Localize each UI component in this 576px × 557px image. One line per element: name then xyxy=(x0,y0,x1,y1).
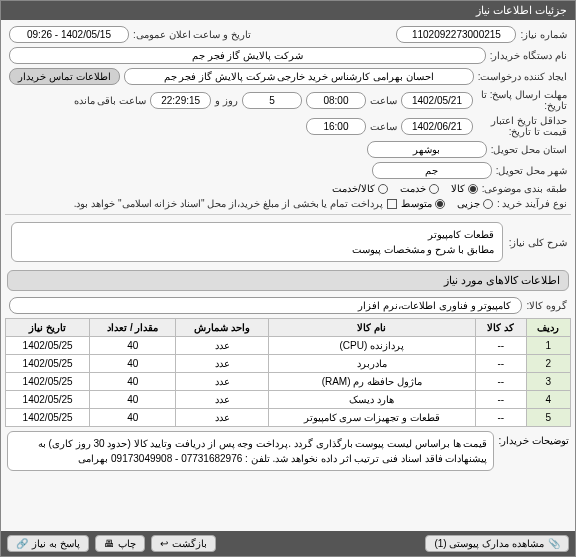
cell-idx: 1 xyxy=(526,337,570,355)
radio-selected-icon xyxy=(468,184,478,194)
cat-goods-label: کالا xyxy=(451,183,465,194)
cell-name: پردازنده (CPU) xyxy=(268,337,475,355)
validity-time: 16:00 xyxy=(306,118,366,135)
cell-name: هارد دیسک xyxy=(268,391,475,409)
category-service-option[interactable]: خدمت xyxy=(400,183,439,194)
table-row[interactable]: 4--هارد دیسکعدد401402/05/25 xyxy=(6,391,571,409)
province-label: استان محل تحویل: xyxy=(491,144,567,155)
cell-idx: 2 xyxy=(526,355,570,373)
attachment-icon: 📎 xyxy=(548,538,560,549)
table-row[interactable]: 1--پردازنده (CPU)عدد401402/05/25 xyxy=(6,337,571,355)
attachments-button[interactable]: 📎 مشاهده مدارک پیوستی (1) xyxy=(425,535,569,552)
cell-qty: 40 xyxy=(90,355,176,373)
validity-label: حداقل تاریخ اعتبار قیمت تا تاریخ: xyxy=(477,115,567,137)
buy-medium-option[interactable]: متوسط xyxy=(401,198,445,209)
cell-date: 1402/05/25 xyxy=(6,355,90,373)
cell-idx: 4 xyxy=(526,391,570,409)
remain-time: 22:29:15 xyxy=(150,92,211,109)
need-title-line1: قطعات کامپیوتر xyxy=(20,227,494,242)
reply-link-label: پاسخ به نیاز xyxy=(32,538,80,549)
cell-idx: 5 xyxy=(526,409,570,427)
group-value: کامپیوتر و فناوری اطلاعات،نرم افزار xyxy=(9,297,522,314)
print-icon: 🖶 xyxy=(104,538,114,549)
category-goods-service-option[interactable]: کالا/خدمت xyxy=(332,183,388,194)
cell-qty: 40 xyxy=(90,391,176,409)
radio-icon xyxy=(378,184,388,194)
cell-unit: عدد xyxy=(176,391,268,409)
cell-date: 1402/05/25 xyxy=(6,391,90,409)
content-area: شماره نیاز: 1102092273000215 تاریخ و ساع… xyxy=(1,20,575,531)
deadline-label: مهلت ارسال پاسخ: تا تاریخ: xyxy=(477,89,567,111)
table-row[interactable]: 5--قطعات و تجهیزات سری کامپیوترعدد401402… xyxy=(6,409,571,427)
cell-qty: 40 xyxy=(90,337,176,355)
back-button[interactable]: بازگشت ↩ xyxy=(151,535,216,552)
announce-label: تاریخ و ساعت اعلان عمومی: xyxy=(133,29,251,40)
link-icon: 🔗 xyxy=(16,538,28,549)
col-qty: مقدار / تعداد xyxy=(90,319,176,337)
table-row[interactable]: 3--ماژول حافظه رم (RAM)عدد401402/05/25 xyxy=(6,373,571,391)
creator-label: ایجاد کننده درخواست: xyxy=(478,71,567,82)
buyer-value: شرکت پالایش گاز فجر جم xyxy=(9,47,486,64)
cell-name: قطعات و تجهیزات سری کامپیوتر xyxy=(268,409,475,427)
buyer-contact-button[interactable]: اطلاعات تماس خریدار xyxy=(9,68,120,85)
day-label: روز و xyxy=(215,95,238,106)
cell-qty: 40 xyxy=(90,409,176,427)
province-value: بوشهر xyxy=(367,141,487,158)
cell-code: -- xyxy=(475,355,526,373)
city-value: جم xyxy=(372,162,492,179)
radio-icon xyxy=(483,199,493,209)
validity-date: 1402/06/21 xyxy=(401,118,473,135)
cell-date: 1402/05/25 xyxy=(6,373,90,391)
col-name: نام کالا xyxy=(268,319,475,337)
creator-value: احسان بهرامی کارشناس خرید خارجی شرکت پال… xyxy=(124,68,474,85)
cat-service-label: خدمت xyxy=(400,183,426,194)
window-title: جزئیات اطلاعات نیاز xyxy=(1,1,575,20)
buy-medium-label: متوسط xyxy=(401,198,432,209)
cell-code: -- xyxy=(475,373,526,391)
back-label: بازگشت xyxy=(172,538,207,549)
radio-selected-icon xyxy=(435,199,445,209)
time-label-2: ساعت xyxy=(370,121,397,132)
reply-link-button[interactable]: پاسخ به نیاز 🔗 xyxy=(7,535,89,552)
cell-name: ماژول حافظه رم (RAM) xyxy=(268,373,475,391)
time-label-1: ساعت xyxy=(370,95,397,106)
cell-unit: عدد xyxy=(176,337,268,355)
cell-code: -- xyxy=(475,391,526,409)
need-title-label: شرح کلی نیاز: xyxy=(509,237,567,248)
buy-type-radio-group: جزیی متوسط xyxy=(401,198,493,209)
col-code: کد کالا xyxy=(475,319,526,337)
treasury-checkbox[interactable] xyxy=(387,199,397,209)
buy-small-option[interactable]: جزیی xyxy=(457,198,493,209)
back-icon: ↩ xyxy=(160,538,168,549)
need-title-box: قطعات کامپیوتر مطابق با شرح و مشخصات پیو… xyxy=(11,222,503,262)
cell-unit: عدد xyxy=(176,409,268,427)
deadline-time: 08:00 xyxy=(306,92,366,109)
table-row[interactable]: 2--مادربردعدد401402/05/25 xyxy=(6,355,571,373)
need-no-value: 1102092273000215 xyxy=(396,26,516,43)
remain-label: ساعت باقی مانده xyxy=(74,95,147,106)
buyer-notes-box: قیمت ها براساس لیست پیوست بارگذاری گردد … xyxy=(7,431,494,471)
cell-idx: 3 xyxy=(526,373,570,391)
col-date: تاریخ نیاز xyxy=(6,319,90,337)
cell-date: 1402/05/25 xyxy=(6,337,90,355)
buy-type-label: نوع فرآیند خرید : xyxy=(497,198,567,209)
category-goods-option[interactable]: کالا xyxy=(451,183,478,194)
print-label: چاپ xyxy=(118,538,136,549)
cell-unit: عدد xyxy=(176,355,268,373)
cell-code: -- xyxy=(475,337,526,355)
cell-code: -- xyxy=(475,409,526,427)
col-unit: واحد شمارش xyxy=(176,319,268,337)
footer-bar: 📎 مشاهده مدارک پیوستی (1) بازگشت ↩ چاپ 🖶… xyxy=(1,531,575,556)
print-button[interactable]: چاپ 🖶 xyxy=(95,535,145,552)
city-label: شهر محل تحویل: xyxy=(496,165,567,176)
items-table: ردیف کد کالا نام کالا واحد شمارش مقدار /… xyxy=(5,318,571,427)
buy-small-label: جزیی xyxy=(457,198,480,209)
deadline-date: 1402/05/21 xyxy=(401,92,473,109)
buyer-label: نام دستگاه خریدار: xyxy=(490,50,567,61)
cell-name: مادربرد xyxy=(268,355,475,373)
pay-note: پرداخت تمام یا بخشی از مبلغ خرید،از محل … xyxy=(9,198,383,209)
radio-icon xyxy=(429,184,439,194)
need-no-label: شماره نیاز: xyxy=(520,29,567,40)
category-label: طبقه بندی موضوعی: xyxy=(482,183,567,194)
cell-date: 1402/05/25 xyxy=(6,409,90,427)
